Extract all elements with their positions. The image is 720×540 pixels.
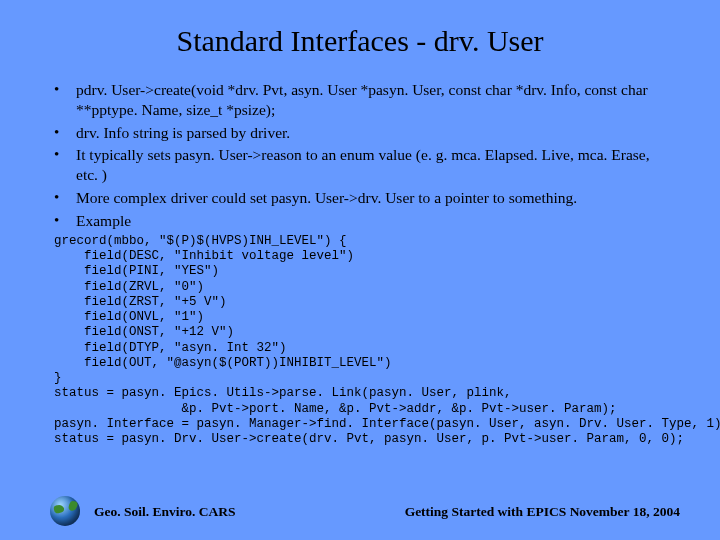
bullet-list: pdrv. User->create(void *drv. Pvt, asyn.… [54, 80, 674, 231]
bullet-text: drv. Info string is parsed by driver. [76, 124, 290, 141]
bullet-text: It typically sets pasyn. User->reason to… [76, 146, 650, 183]
footer: Geo. Soil. Enviro. CARS Getting Started … [0, 496, 720, 526]
footer-left-text: Geo. Soil. Enviro. CARS [94, 504, 236, 520]
footer-right-text: Getting Started with EPICS November 18, … [405, 504, 680, 520]
code-block: grecord(mbbo, "$(P)$(HVPS)INH_LEVEL") { … [54, 234, 680, 448]
list-item: pdrv. User->create(void *drv. Pvt, asyn.… [54, 80, 674, 120]
bullet-text: More complex driver could set pasyn. Use… [76, 189, 577, 206]
list-item: It typically sets pasyn. User->reason to… [54, 145, 674, 185]
list-item: More complex driver could set pasyn. Use… [54, 188, 674, 208]
globe-icon [50, 496, 80, 526]
list-item: drv. Info string is parsed by driver. [54, 123, 674, 143]
list-item: Example [54, 211, 674, 231]
footer-right-prefix: Getting Started with EPICS [405, 504, 570, 519]
footer-date: November 18, 2004 [570, 504, 680, 519]
bullet-text: Example [76, 212, 131, 229]
page-title: Standard Interfaces - drv. User [40, 24, 680, 58]
bullet-text: pdrv. User->create(void *drv. Pvt, asyn.… [76, 81, 648, 118]
slide: Standard Interfaces - drv. User pdrv. Us… [0, 0, 720, 540]
